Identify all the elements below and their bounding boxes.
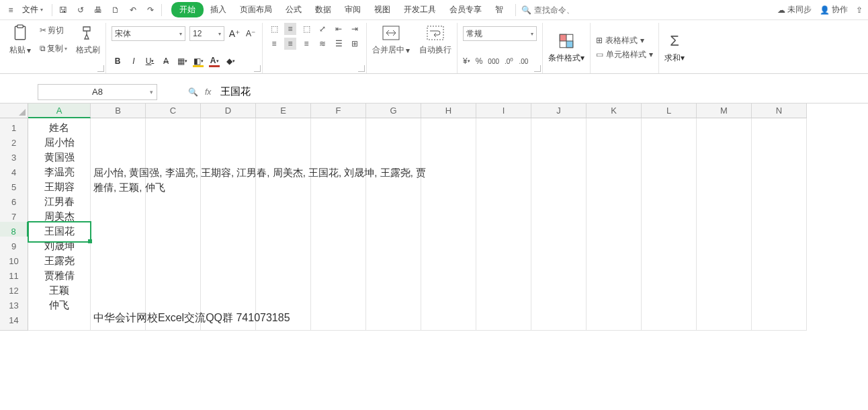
tab-page-layout[interactable]: 页面布局: [233, 1, 279, 18]
col-header-F[interactable]: F: [311, 104, 366, 118]
clipboard-dialog-launcher[interactable]: [97, 65, 104, 72]
collab-button[interactable]: 👤协作: [820, 4, 848, 15]
increase-font-icon[interactable]: A⁺: [228, 28, 241, 40]
font-dialog-launcher[interactable]: [254, 65, 261, 72]
col-header-J[interactable]: J: [531, 104, 587, 118]
col-header-M[interactable]: M: [697, 104, 752, 118]
tab-formula[interactable]: 公式: [279, 1, 308, 18]
table-style-button[interactable]: ⊞表格样式▾: [596, 35, 653, 46]
fx-icon[interactable]: fx: [205, 87, 211, 97]
tab-insert[interactable]: 插入: [204, 1, 233, 18]
align-left-icon[interactable]: ≡: [268, 38, 280, 50]
fill-color-icon[interactable]: ◧▾: [192, 55, 204, 67]
currency-icon[interactable]: ¥ ▾: [463, 56, 470, 66]
align-top-icon[interactable]: ⬚: [268, 23, 280, 35]
redo-undo-icon[interactable]: ↶: [128, 5, 138, 15]
format-painter-button[interactable]: 格式刷: [76, 44, 100, 56]
col-header-A[interactable]: A: [28, 104, 91, 118]
cut-button[interactable]: ✂剪切: [38, 24, 69, 37]
tab-extra[interactable]: 智: [488, 1, 510, 18]
sum-icon[interactable]: Σ: [664, 31, 685, 51]
tab-start[interactable]: 开始: [171, 2, 204, 17]
bold-icon[interactable]: B: [112, 55, 124, 67]
cell-E14[interactable]: [256, 311, 311, 331]
cell-B14[interactable]: 中华会计网校Excel交流QQ群 741073185: [91, 311, 146, 331]
sum-button[interactable]: 求和▾: [664, 52, 685, 64]
align-middle-icon[interactable]: ≡: [284, 23, 296, 35]
font-size-dropdown[interactable]: 12▾: [189, 26, 224, 41]
col-header-C[interactable]: C: [146, 104, 201, 118]
indent-increase-icon[interactable]: ⇥: [349, 23, 361, 35]
print-preview-icon[interactable]: 🗋: [110, 5, 121, 15]
strikethrough-icon[interactable]: A̶: [160, 55, 172, 67]
conditional-format-icon[interactable]: [556, 31, 576, 51]
col-header-B[interactable]: B: [91, 104, 146, 118]
effects-icon[interactable]: ◆▾: [224, 55, 236, 67]
col-header-D[interactable]: D: [201, 104, 256, 118]
font-color-icon[interactable]: A▾: [208, 55, 220, 67]
paste-button[interactable]: 粘贴▾: [9, 44, 31, 56]
sync-status[interactable]: ☁未同步: [777, 4, 812, 15]
copy-button[interactable]: ⧉复制▾: [38, 42, 69, 55]
formula-input[interactable]: [218, 84, 868, 100]
align-right-icon[interactable]: ≡: [300, 38, 312, 50]
tab-dev[interactable]: 开发工具: [397, 1, 443, 18]
row-header-14[interactable]: 14: [0, 311, 28, 331]
file-menu[interactable]: 文件 ▾: [19, 3, 46, 17]
tab-data[interactable]: 数据: [308, 1, 338, 18]
text-control-icon[interactable]: ⊞: [349, 38, 361, 50]
distribute-h-icon[interactable]: ≋: [316, 38, 329, 50]
wrap-text-button[interactable]: 自动换行: [419, 44, 451, 56]
hamburger-icon[interactable]: ≡: [5, 5, 16, 15]
merge-center-button[interactable]: 合并居中▾: [372, 44, 410, 56]
undo-icon[interactable]: ↺: [75, 5, 86, 15]
indent-decrease-icon[interactable]: ⇤: [333, 23, 345, 35]
orientation-icon[interactable]: ⤢: [316, 23, 329, 35]
format-painter-icon[interactable]: [78, 23, 98, 43]
tab-view[interactable]: 视图: [367, 1, 397, 18]
font-name-dropdown[interactable]: 宋体▾: [112, 26, 185, 41]
wrap-icon[interactable]: [425, 23, 445, 43]
cell-style-button[interactable]: ▭单元格样式▾: [596, 49, 653, 60]
decrease-font-icon[interactable]: A⁻: [245, 28, 257, 40]
borders-icon[interactable]: ▦▾: [176, 55, 188, 67]
tab-member[interactable]: 会员专享: [443, 1, 488, 18]
share-icon[interactable]: ⇪: [856, 5, 863, 15]
cell-J14[interactable]: [531, 311, 587, 331]
col-header-I[interactable]: I: [476, 104, 531, 118]
select-all-corner[interactable]: [0, 104, 28, 118]
align-center-icon[interactable]: ≡: [284, 38, 296, 50]
align-bottom-icon[interactable]: ⬚: [300, 23, 312, 35]
paste-icon[interactable]: [10, 23, 30, 43]
col-header-E[interactable]: E: [256, 104, 311, 118]
alignment-dialog-launcher[interactable]: [358, 65, 365, 72]
number-format-dropdown[interactable]: 常规▾: [463, 26, 537, 41]
col-header-H[interactable]: H: [421, 104, 476, 118]
cancel-fx-icon[interactable]: 🔍: [188, 87, 198, 97]
col-header-N[interactable]: N: [752, 104, 807, 118]
percent-icon[interactable]: %: [476, 56, 483, 66]
name-box[interactable]: A8 ▾: [38, 84, 157, 100]
conditional-format-button[interactable]: 条件格式▾: [548, 52, 584, 64]
cell-L14[interactable]: [642, 311, 697, 331]
save-icon[interactable]: 🖫: [58, 5, 69, 15]
tab-review[interactable]: 审阅: [338, 1, 367, 18]
cell-M14[interactable]: [697, 311, 752, 331]
underline-icon[interactable]: U ▾: [144, 55, 156, 67]
cell-A14[interactable]: [28, 311, 91, 331]
cell-C14[interactable]: [146, 311, 201, 331]
cell-A8[interactable]: 王国花: [28, 222, 91, 242]
col-header-L[interactable]: L: [642, 104, 697, 118]
col-header-K[interactable]: K: [587, 104, 642, 118]
number-dialog-launcher[interactable]: [534, 65, 541, 72]
increase-decimal-icon[interactable]: .0⁰: [505, 56, 513, 66]
italic-icon[interactable]: I: [128, 55, 140, 67]
cell-F14[interactable]: [311, 311, 366, 331]
comma-icon[interactable]: 000: [488, 58, 499, 65]
distribute-v-icon[interactable]: ☰: [333, 38, 345, 50]
cell-N14[interactable]: [752, 311, 807, 331]
cell-D14[interactable]: [201, 311, 256, 331]
print-icon[interactable]: 🖶: [93, 5, 103, 15]
col-header-G[interactable]: G: [366, 104, 421, 118]
cell-I14[interactable]: [476, 311, 531, 331]
